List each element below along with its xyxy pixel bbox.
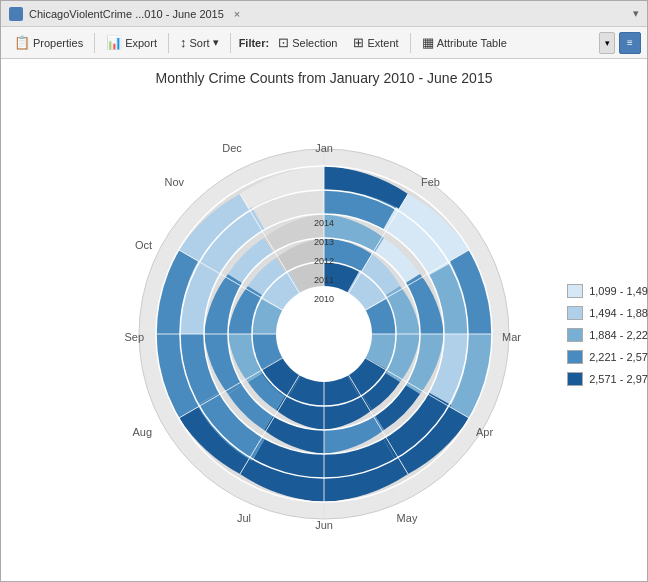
menu-icon: ≡ <box>627 37 633 48</box>
expand-icon[interactable]: ▾ <box>633 7 639 20</box>
svg-text:Feb: Feb <box>421 176 440 188</box>
attribute-table-button[interactable]: ▦ Attribute Table <box>415 32 514 53</box>
legend-item-1: 1,099 - 1,494 <box>567 284 648 298</box>
legend-color-3 <box>567 328 583 342</box>
svg-text:Jun: Jun <box>315 519 333 531</box>
app-icon <box>9 7 23 21</box>
legend-item-2: 1,494 - 1,884 <box>567 306 648 320</box>
selection-label: Selection <box>292 37 337 49</box>
separator-2 <box>168 33 169 53</box>
svg-text:May: May <box>397 512 418 524</box>
svg-text:Apr: Apr <box>476 426 493 438</box>
svg-text:2010: 2010 <box>314 294 334 304</box>
extent-label: Extent <box>367 37 398 49</box>
svg-text:Jul: Jul <box>237 512 251 524</box>
sort-button[interactable]: ↕ Sort ▾ <box>173 32 226 53</box>
toolbar-dropdown-button[interactable]: ▾ <box>599 32 615 54</box>
chart-area: Monthly Crime Counts from January 2010 -… <box>1 59 647 581</box>
properties-button[interactable]: 📋 Properties <box>7 32 90 53</box>
svg-text:Dec: Dec <box>222 142 242 154</box>
selection-button[interactable]: ⊡ Selection <box>271 32 344 53</box>
svg-text:Oct: Oct <box>135 239 152 251</box>
legend-color-1 <box>567 284 583 298</box>
sort-label: Sort <box>189 37 209 49</box>
separator-3 <box>230 33 231 53</box>
extent-icon: ⊞ <box>353 35 364 50</box>
export-icon: 📊 <box>106 35 122 50</box>
selection-icon: ⊡ <box>278 35 289 50</box>
sort-icon: ↕ <box>180 35 187 50</box>
legend-item-5: 2,571 - 2,975 <box>567 372 648 386</box>
separator-4 <box>410 33 411 53</box>
svg-text:Mar: Mar <box>502 331 521 343</box>
svg-text:2013: 2013 <box>314 237 334 247</box>
toolbar-right: ▾ ≡ <box>599 32 641 54</box>
title-bar: ChicagoViolentCrime ...010 - June 2015 ×… <box>1 1 647 27</box>
table-icon: ▦ <box>422 35 434 50</box>
close-button[interactable]: × <box>230 8 244 20</box>
legend-label-5: 2,571 - 2,975 <box>589 373 648 385</box>
separator-1 <box>94 33 95 53</box>
legend-color-4 <box>567 350 583 364</box>
attribute-table-label: Attribute Table <box>437 37 507 49</box>
chart-legend: 1,099 - 1,494 1,494 - 1,884 1,884 - 2,22… <box>567 284 648 386</box>
chart-svg: 2014 2013 2012 2011 2010 Jan Feb Mar Apr… <box>124 134 524 534</box>
svg-text:Jan: Jan <box>315 142 333 154</box>
legend-color-5 <box>567 372 583 386</box>
legend-color-2 <box>567 306 583 320</box>
legend-item-4: 2,221 - 2,571 <box>567 350 648 364</box>
filter-label: Filter: <box>239 37 270 49</box>
svg-text:2011: 2011 <box>314 275 334 285</box>
chart-body: 2014 2013 2012 2011 2010 Jan Feb Mar Apr… <box>34 100 614 570</box>
app-window: ChicagoViolentCrime ...010 - June 2015 ×… <box>0 0 648 582</box>
legend-label-3: 1,884 - 2,221 <box>589 329 648 341</box>
legend-label-4: 2,221 - 2,571 <box>589 351 648 363</box>
legend-label-1: 1,099 - 1,494 <box>589 285 648 297</box>
legend-label-2: 1,494 - 1,884 <box>589 307 648 319</box>
export-button[interactable]: 📊 Export <box>99 32 164 53</box>
svg-text:Aug: Aug <box>132 426 152 438</box>
window-title: ChicagoViolentCrime ...010 - June 2015 <box>29 8 224 20</box>
chart-title: Monthly Crime Counts from January 2010 -… <box>34 70 614 86</box>
svg-text:2014: 2014 <box>314 218 334 228</box>
title-bar-left: ChicagoViolentCrime ...010 - June 2015 × <box>9 7 244 21</box>
properties-label: Properties <box>33 37 83 49</box>
svg-text:Nov: Nov <box>164 176 184 188</box>
toolbar: 📋 Properties 📊 Export ↕ Sort ▾ Filter: ⊡… <box>1 27 647 59</box>
svg-text:Sep: Sep <box>124 331 144 343</box>
toolbar-menu-button[interactable]: ≡ <box>619 32 641 54</box>
svg-text:2012: 2012 <box>314 256 334 266</box>
polar-chart-wrapper: 2014 2013 2012 2011 2010 Jan Feb Mar Apr… <box>124 134 524 537</box>
export-label: Export <box>125 37 157 49</box>
extent-button[interactable]: ⊞ Extent <box>346 32 405 53</box>
chart-container: Monthly Crime Counts from January 2010 -… <box>34 70 614 570</box>
legend-item-3: 1,884 - 2,221 <box>567 328 648 342</box>
sort-dropdown-icon: ▾ <box>213 36 219 49</box>
properties-icon: 📋 <box>14 35 30 50</box>
